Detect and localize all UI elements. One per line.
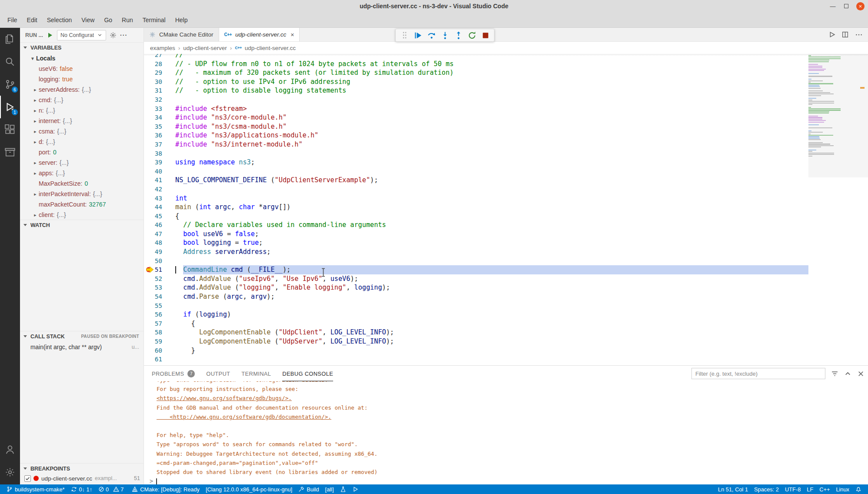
code-text[interactable]: NS_LOG_COMPONENT_DEFINE ("UdpClientServe…	[175, 176, 378, 185]
status-git-sync[interactable]: 0↓ 1↑	[68, 484, 96, 494]
status-cmake-build[interactable]: Build	[295, 484, 322, 494]
split-editor-icon[interactable]	[841, 31, 849, 38]
variable-row-client[interactable]: ▸client:{...}	[20, 210, 144, 220]
status-cmake-target[interactable]: [all]	[322, 484, 337, 494]
watch-section-header[interactable]: WATCH	[20, 220, 144, 230]
menu-edit[interactable]: Edit	[22, 14, 42, 26]
line-number[interactable]: 36	[144, 131, 175, 140]
line-number[interactable]: 32	[144, 95, 175, 104]
line-number[interactable]: 50	[144, 257, 175, 266]
variable-row-logging[interactable]: logging:true	[20, 74, 144, 84]
status-notifications[interactable]	[852, 484, 865, 494]
menu-go[interactable]: Go	[99, 14, 117, 26]
code-editor[interactable]: 27//28// - UDP flow from n0 to n1 of 102…	[144, 54, 868, 365]
activity-item-source-control[interactable]: 6	[0, 73, 20, 96]
breakpoints-section-header[interactable]: BREAKPOINTS	[20, 463, 144, 474]
run-file-icon[interactable]	[828, 31, 835, 38]
status-eol[interactable]: LF	[804, 484, 816, 494]
debug-settings-gear-icon[interactable]	[110, 32, 117, 39]
menu-help[interactable]: Help	[170, 14, 193, 26]
line-number[interactable]: 53	[144, 283, 175, 292]
status-cmake-status[interactable]: CMake: [Debug]: Ready	[129, 484, 203, 494]
code-text[interactable]: #include "ns3/internet-module.h"	[175, 140, 303, 149]
code-text[interactable]: }	[175, 346, 195, 355]
step-over-icon[interactable]	[427, 30, 436, 40]
editor-tab-1[interactable]: CMake Cache Editor	[144, 28, 219, 41]
code-text[interactable]: {	[175, 212, 179, 221]
status-problems[interactable]: 07	[95, 484, 129, 494]
step-into-icon[interactable]	[440, 30, 450, 40]
breakpoint-row[interactable]: udp-client-server.cc exampl... 51	[20, 474, 144, 483]
status-ctest[interactable]	[337, 484, 349, 494]
step-out-icon[interactable]	[454, 30, 463, 40]
line-number[interactable]: 46	[144, 220, 175, 230]
code-text[interactable]: // - UDP flow from n0 to n1 of 1024 byte…	[175, 60, 454, 69]
code-text[interactable]: main (int argc, char *argv[])	[175, 203, 290, 212]
line-number[interactable]: 34	[144, 113, 175, 122]
console-filter-input[interactable]	[691, 368, 825, 379]
editor-tab-2[interactable]: C++udp-client-server.cc×	[219, 28, 300, 41]
line-number[interactable]: 58	[144, 328, 175, 337]
maximize-panel-icon[interactable]	[844, 370, 851, 377]
line-number[interactable]: 55	[144, 301, 175, 310]
variable-row-cmd[interactable]: ▸cmd:{...}	[20, 95, 144, 105]
variable-row-MaxPacketSize[interactable]: MaxPacketSize:0	[20, 178, 144, 189]
panel-tab-output[interactable]: OUTPUT	[206, 366, 230, 381]
filter-list-icon[interactable]	[831, 370, 838, 377]
activity-item-manage[interactable]	[0, 461, 20, 484]
breakpoint-checkbox[interactable]	[24, 475, 31, 482]
variable-row-csma[interactable]: ▸csma:{...}	[20, 126, 144, 137]
line-number[interactable]: 44	[144, 203, 175, 212]
variable-row-useV6[interactable]: useV6:false	[20, 63, 144, 74]
line-number[interactable]: 59	[144, 337, 175, 346]
line-number[interactable]: 40	[144, 167, 175, 176]
variables-scope[interactable]: ▾Locals	[20, 53, 144, 63]
line-number[interactable]: 48	[144, 238, 175, 247]
console-input-row[interactable]: >	[144, 477, 868, 484]
code-text[interactable]: LogComponentEnable ("UdpServer", LOG_LEV…	[175, 337, 394, 346]
more-actions-icon[interactable]: ···	[120, 32, 127, 39]
variable-row-maxPacketCount[interactable]: maxPacketCount:32767	[20, 199, 144, 210]
code-text[interactable]: // - option to use IPv4 or IPv6 addressi…	[175, 77, 350, 87]
activity-item-utility-view[interactable]	[0, 141, 20, 164]
code-text[interactable]: using namespace ns3;	[175, 158, 255, 167]
call-stack-section-header[interactable]: CALL STACK PAUSED ON BREAKPOINT	[20, 331, 144, 341]
more-actions-icon[interactable]	[855, 31, 863, 39]
restart-icon[interactable]	[467, 30, 477, 40]
debug-config-dropdown[interactable]: No Configurat	[57, 30, 106, 40]
variable-row-port[interactable]: port:0	[20, 147, 144, 157]
activity-item-search[interactable]	[0, 50, 20, 73]
variable-row-n[interactable]: ▸n:{...}	[20, 105, 144, 116]
variable-row-interPacketInterval[interactable]: ▸interPacketInterval:{...}	[20, 189, 144, 199]
line-number[interactable]: 29	[144, 68, 175, 77]
status-indentation[interactable]: Spaces: 2	[751, 484, 782, 494]
line-number[interactable]: 43	[144, 194, 175, 203]
code-text[interactable]: LogComponentEnable ("UdpClient", LOG_LEV…	[175, 328, 394, 337]
variable-row-internet[interactable]: ▸internet:{...}	[20, 116, 144, 126]
code-text[interactable]: CommandLine cmd (__FILE__);	[175, 265, 290, 274]
line-number[interactable]: 52	[144, 274, 175, 284]
maximize-icon[interactable]	[843, 3, 850, 9]
breadcrumb-item[interactable]: udp-client-server	[183, 45, 227, 51]
code-text[interactable]: // - maximum of 320 packets sent (or lim…	[175, 68, 454, 77]
start-debugging-icon[interactable]	[47, 32, 53, 39]
status-git-branch[interactable]: buildsystem-cmake*	[3, 484, 68, 494]
status-cmake-kit[interactable]: [Clang 12.0.0 x86_64-pc-linux-gnu]	[203, 484, 295, 494]
panel-tab-problems[interactable]: PROBLEMS7	[152, 366, 195, 381]
code-text[interactable]: Address serverAddress;	[175, 247, 271, 257]
activity-item-run-and-debug[interactable]: 1	[0, 96, 20, 118]
line-number[interactable]: 28	[144, 60, 175, 69]
line-number[interactable]: 38	[144, 149, 175, 158]
close-window-icon[interactable]: ×	[856, 2, 865, 10]
debug-console-output[interactable]: Type "show configuration" for configurat…	[144, 381, 868, 484]
console-link[interactable]: <http://www.gnu.org/software/gdb/documen…	[144, 412, 868, 421]
code-text[interactable]: int	[175, 194, 187, 203]
variable-row-serverAddress[interactable]: ▸serverAddress:{...}	[20, 84, 144, 95]
breadcrumb-item[interactable]: udp-client-server.cc	[245, 45, 296, 51]
code-text[interactable]: cmd.Parse (argc, argv);	[175, 292, 275, 301]
minimize-icon[interactable]: —	[829, 3, 836, 9]
line-number[interactable]: 61	[144, 355, 175, 364]
code-text[interactable]: cmd.AddValue ("useIpv6", "Use Ipv6", use…	[175, 274, 358, 284]
line-number[interactable]: 31	[144, 86, 175, 95]
close-panel-icon[interactable]	[857, 370, 865, 377]
